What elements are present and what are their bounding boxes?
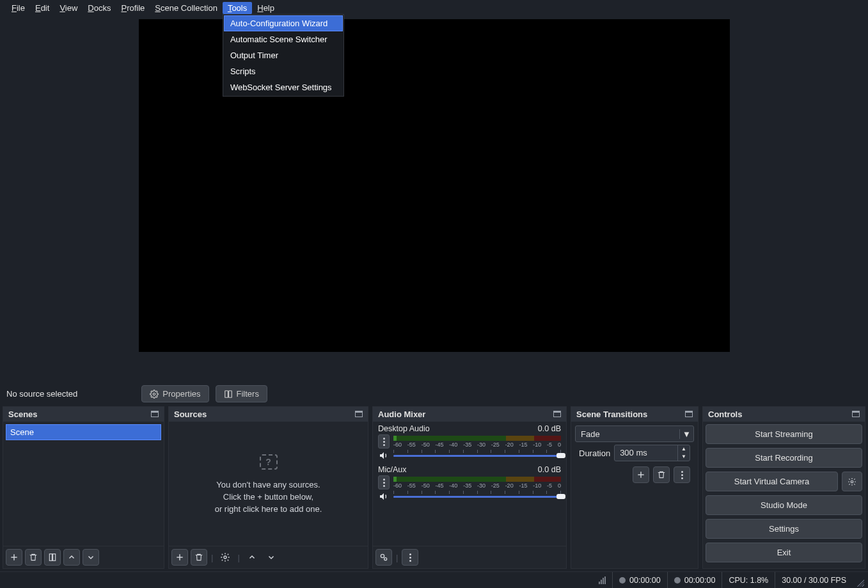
tools-scene-switcher[interactable]: Automatic Scene Switcher xyxy=(224,31,343,47)
popout-icon[interactable] xyxy=(355,411,363,417)
source-properties-button[interactable] xyxy=(217,549,233,566)
start-virtual-camera-button[interactable]: Start Virtual Camera xyxy=(706,472,838,491)
dock-audio-mixer: Audio Mixer Desktop Audio 0.0 dB -60-55-… xyxy=(372,406,567,569)
tools-websocket[interactable]: WebSocket Server Settings xyxy=(224,79,343,95)
svg-point-10 xyxy=(381,554,384,557)
filters-icon xyxy=(224,390,233,399)
gear-icon xyxy=(848,477,856,486)
svg-point-0 xyxy=(154,393,156,395)
duration-label: Duration xyxy=(579,449,610,458)
popout-icon[interactable] xyxy=(852,411,860,417)
remove-source-button[interactable] xyxy=(191,549,207,566)
mixer-track-menu-button[interactable] xyxy=(378,475,390,489)
spin-up-icon[interactable]: ▲ xyxy=(678,445,690,453)
start-streaming-button[interactable]: Start Streaming xyxy=(706,424,862,444)
svg-rect-2 xyxy=(228,390,232,397)
mixer-track-db: 0.0 dB xyxy=(538,465,561,474)
dock-transitions-header[interactable]: Scene Transitions xyxy=(571,407,698,422)
exit-button[interactable]: Exit xyxy=(706,543,862,562)
status-rec-time: 00:00:00 xyxy=(684,576,716,585)
move-scene-down-button[interactable] xyxy=(83,549,99,566)
dock-transitions-title: Scene Transitions xyxy=(576,409,647,419)
move-source-up-button[interactable] xyxy=(244,549,260,566)
menu-scene-collection[interactable]: Scene Collection xyxy=(150,2,223,14)
spin-down-icon[interactable]: ▼ xyxy=(678,453,690,461)
audio-meter xyxy=(393,436,561,441)
remove-scene-button[interactable] xyxy=(25,549,42,566)
menu-edit[interactable]: Edit xyxy=(30,2,54,14)
resize-grip-icon[interactable] xyxy=(855,578,864,587)
network-icon xyxy=(599,576,606,584)
dock-controls-header[interactable]: Controls xyxy=(703,407,865,422)
live-dot-icon xyxy=(619,577,626,584)
popout-icon[interactable] xyxy=(553,411,561,417)
speaker-icon[interactable] xyxy=(378,450,390,461)
studio-mode-button[interactable]: Studio Mode xyxy=(706,495,862,515)
mixer-advanced-button[interactable] xyxy=(375,549,392,566)
menu-tools[interactable]: Tools Auto-Configuration Wizard Automati… xyxy=(223,2,252,14)
dock-scenes-title: Scenes xyxy=(8,409,38,419)
dock-mixer-header[interactable]: Audio Mixer xyxy=(373,407,566,422)
placeholder-icon: ? xyxy=(260,454,278,470)
mixer-track-menu-button[interactable] xyxy=(378,434,390,449)
menubar: File Edit View Docks Profile Scene Colle… xyxy=(0,0,868,15)
sources-empty-line2: Click the + button below, xyxy=(223,492,313,502)
popout-icon[interactable] xyxy=(685,411,693,417)
volume-slider[interactable] xyxy=(393,452,561,459)
virtual-camera-settings-button[interactable] xyxy=(842,472,862,491)
transition-selected: Fade xyxy=(576,429,679,439)
speaker-icon[interactable] xyxy=(378,491,390,502)
mixer-menu-button[interactable] xyxy=(402,549,418,566)
status-live-time: 00:00:00 xyxy=(629,576,661,585)
properties-button[interactable]: Properties xyxy=(141,385,209,402)
menu-file[interactable]: File xyxy=(6,2,30,14)
add-source-button[interactable] xyxy=(171,549,188,566)
gear-icon xyxy=(150,390,159,399)
tools-auto-config[interactable]: Auto-Configuration Wizard xyxy=(224,15,343,31)
menu-docks[interactable]: Docks xyxy=(83,2,116,14)
move-source-down-button[interactable] xyxy=(263,549,280,566)
duration-spinner[interactable]: 300 ms ▲▼ xyxy=(614,445,690,461)
scene-item[interactable]: Scene xyxy=(6,424,161,440)
svg-rect-5 xyxy=(49,554,52,561)
menu-help[interactable]: Help xyxy=(252,2,280,14)
filters-button[interactable]: Filters xyxy=(216,385,267,402)
preview-area xyxy=(0,15,868,381)
sources-empty-state[interactable]: ? You don't have any sources. Click the … xyxy=(170,423,367,544)
sources-empty-line1: You don't have any sources. xyxy=(216,480,320,489)
transition-select[interactable]: Fade ▼ xyxy=(575,425,694,442)
mixer-track-name: Desktop Audio xyxy=(378,424,430,433)
menu-view[interactable]: View xyxy=(54,2,83,14)
dock-controls-title: Controls xyxy=(708,409,742,419)
mixer-track-db: 0.0 dB xyxy=(538,424,561,433)
add-scene-button[interactable] xyxy=(6,549,22,566)
sources-empty-line3: or right click here to add one. xyxy=(215,504,322,514)
dock-scenes: Scenes Scene xyxy=(3,406,164,569)
transition-menu-button[interactable] xyxy=(674,466,690,483)
statusbar: 00:00:00 00:00:00 CPU: 1.8% 30.00 / 30.0… xyxy=(0,571,868,588)
dock-sources-header[interactable]: Sources xyxy=(169,407,368,422)
start-recording-button[interactable]: Start Recording xyxy=(706,448,862,468)
scene-filter-button[interactable] xyxy=(44,549,61,566)
dock-scenes-header[interactable]: Scenes xyxy=(3,407,164,422)
meter-scale: -60-55-50-45-40-35-30-25-20-15-10-50 xyxy=(393,441,561,448)
move-scene-up-button[interactable] xyxy=(63,549,80,566)
settings-button[interactable]: Settings xyxy=(706,519,862,539)
tools-scripts[interactable]: Scripts xyxy=(224,63,343,79)
remove-transition-button[interactable] xyxy=(653,466,670,483)
dock-sources-title: Sources xyxy=(174,409,207,419)
mixer-track: Desktop Audio 0.0 dB -60-55-50-45-40-35-… xyxy=(374,423,565,464)
source-info-bar: No source selected Properties Filters xyxy=(0,381,868,406)
dock-transitions: Scene Transitions Fade ▼ Duration 300 ms… xyxy=(571,406,698,569)
volume-slider[interactable] xyxy=(393,493,561,500)
audio-meter xyxy=(393,477,561,482)
menu-profile[interactable]: Profile xyxy=(116,2,150,14)
mixer-track-name: Mic/Aux xyxy=(378,465,406,474)
add-transition-button[interactable] xyxy=(633,466,649,483)
svg-rect-1 xyxy=(225,390,228,397)
mixer-track: Mic/Aux 0.0 dB -60-55-50-45-40-35-30-25-… xyxy=(374,464,565,505)
tools-output-timer[interactable]: Output Timer xyxy=(224,47,343,63)
docks-row: Scenes Scene Sources ? You don't have an… xyxy=(0,406,868,571)
popout-icon[interactable] xyxy=(151,411,159,417)
properties-label: Properties xyxy=(162,389,200,399)
